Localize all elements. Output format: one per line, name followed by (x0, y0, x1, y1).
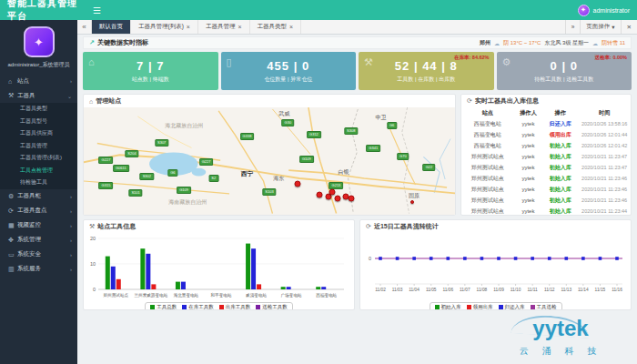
map-pin-icon[interactable] (410, 200, 414, 204)
map-pin-icon[interactable] (294, 180, 300, 187)
legend-item[interactable]: 工具送检 (531, 304, 557, 310)
legend-item[interactable]: 在库工具数 (182, 304, 214, 310)
tab-0[interactable]: 默认首页 (92, 20, 131, 34)
sidebar-subitem-1-6[interactable]: 待检验工具 (0, 177, 77, 189)
sidebar-subitem-1-4[interactable]: 工器具管理(列表) (0, 152, 77, 165)
table-header: 站点操作人操作时间 (461, 107, 631, 118)
bank-icon: ⌂ (88, 56, 95, 67)
sidebar-item-4[interactable]: ▦ 视频监控 › (0, 218, 77, 233)
table-row[interactable]: 西福变电站 yytek 初始入库 2020/10/26 12:01:42 (461, 140, 631, 151)
sidebar-subitem-label: 工器具型号 (20, 117, 47, 126)
map-canvas[interactable]: G227S204G0611S302G315S101G109G6S2G227S30… (84, 107, 455, 215)
weather-cloud-icon-2: ☁ (592, 40, 598, 46)
cell-station: 郑州测试站点 (461, 164, 514, 172)
cell-time: 2020/10/21 11:23:47 (578, 154, 631, 159)
table-row[interactable]: 郑州测试站点 yytek 初始入库 2020/10/21 11:23:46 (461, 184, 631, 195)
chevron-icon: ⌄ (67, 93, 72, 99)
tools-icon: ⚒ (8, 92, 17, 99)
video-icon: ▦ (8, 222, 17, 229)
cell-time: 2020/10/21 11:23:47 (578, 165, 631, 170)
svg-text:11/04: 11/04 (409, 288, 420, 292)
road-badge: S308 (344, 127, 358, 135)
kpi-title: 关键数据实时指标 (97, 38, 148, 47)
tabs-collapse-right-icon[interactable]: » (565, 20, 581, 34)
tab-close-icon[interactable]: × (238, 24, 241, 30)
sidebar-item-3[interactable]: ⟳ 工器具盘点 › (0, 204, 77, 218)
table-row[interactable]: 郑州测试站点 yytek 初始入库 2020/10/21 11:23:46 (461, 173, 631, 184)
line-chart-panel: ⟳ 近15日工器具流转统计 011/0211/0311/0411/0511/06… (359, 219, 632, 310)
table-row[interactable]: 郑州测试站点 yytek 初始入库 2020/10/21 11:23:47 (461, 162, 631, 173)
map-pin-icon[interactable] (317, 191, 323, 197)
sidebar-subitem-label: 工具点检管理 (20, 167, 53, 175)
sidebar-item-2[interactable]: ⚙ 工器具柜 › (0, 189, 77, 204)
legend-item[interactable]: 送检工具数 (256, 304, 288, 310)
close-all-tabs-icon[interactable]: ✕ (621, 20, 637, 34)
sidebar-subitem-1-0[interactable]: 工器具类型 (0, 103, 77, 116)
table-row[interactable]: 郑州测试站点 yytek 初始入库 2020/10/21 11:23:44 (461, 206, 631, 216)
header-username[interactable]: administrator (593, 7, 630, 14)
table-row[interactable]: 郑州测试站点 yytek 初始入库 2020/10/21 11:23:47 (461, 151, 631, 162)
legend-item[interactable]: 出库工具数 (219, 304, 251, 310)
legend-item[interactable]: 初始入库 (435, 304, 461, 310)
sidebar-item-1[interactable]: ⚒ 工器具 ⌄ (0, 88, 77, 103)
sidebar-item-7[interactable]: ▥ 系统服务 › (0, 262, 77, 277)
cell-operator: yytek (514, 176, 543, 181)
map-label: 海北藏族自治州 (165, 122, 203, 130)
tab-close-icon[interactable]: × (289, 24, 293, 30)
stat-card-value: 0 | 0 (497, 59, 632, 73)
menu-toggle-icon[interactable]: ☰ (93, 5, 101, 15)
stat-card-sites: ⌂ 7 | 7 站点数 | 终端数 (83, 52, 218, 90)
refresh-icon-2[interactable]: ⟳ (366, 223, 371, 230)
map-label: 白银 (339, 167, 349, 176)
legend-item[interactable]: 领用出库 (467, 304, 493, 310)
cell-time: 2020/10/26 12:01:44 (578, 132, 631, 137)
map-pin-icon[interactable] (335, 196, 341, 202)
sidebar-user-label: administrator_系统管理员 (0, 61, 77, 69)
refresh-icon[interactable]: ⟳ (467, 97, 472, 105)
realtime-panel-title: 实时工器具出入库信息 (475, 96, 539, 106)
page-actions-dropdown[interactable]: 页面操作 ▾ (580, 20, 620, 34)
tab-list: 默认首页 工器具管理(列表) × 工器具管理 × 工器具类型 × (92, 20, 301, 34)
weather-tomorrow: 阴转雪 11 (602, 39, 625, 47)
tab-label: 工器具管理(列表) (138, 23, 184, 31)
tab-3[interactable]: 工器具类型 × (250, 20, 302, 34)
gavel-icon: ⚒ (364, 56, 373, 68)
cabinet-icon: ▯ (227, 56, 232, 68)
stat-card-inspection: ⚙ 送检率: 0.00% 0 | 0 待检工具数 | 送检工具数 (497, 52, 632, 90)
user-avatar[interactable]: ✦ (578, 5, 590, 16)
sidebar-subitem-1-1[interactable]: 工器具型号 (0, 116, 77, 128)
tab-label: 工器具管理 (206, 23, 236, 31)
cell-operator: yytek (514, 132, 543, 137)
table-row[interactable]: 郑州测试站点 yytek 初始入库 2020/10/21 11:23:46 (461, 195, 631, 206)
line-chart-title: 近15日工器具流转统计 (374, 222, 439, 231)
cell-time: 2020/10/21 11:23:44 (578, 208, 631, 214)
svg-text:广场变电站: 广场变电站 (281, 293, 302, 298)
sidebar-item-5[interactable]: ✥ 系统管理 › (0, 233, 77, 248)
sidebar-item-6[interactable]: ▭ 系统安全 › (0, 248, 77, 262)
tab-2[interactable]: 工器具管理 × (198, 20, 250, 34)
sidebar-subitem-1-5[interactable]: 工具点检管理 (0, 165, 77, 177)
cell-time: 2020/10/21 11:23:46 (578, 176, 631, 181)
map-pin-icon[interactable] (348, 196, 354, 202)
tab-close-icon[interactable]: × (187, 24, 190, 30)
weather-city: 郑州 (480, 39, 490, 47)
sidebar-item-0[interactable]: ⌂ 站点 › (0, 74, 77, 88)
stat-card-label: 仓位数量 | 异常仓位 (221, 76, 357, 84)
sidebar-subitem-1-2[interactable]: 工器具供应商 (0, 127, 77, 140)
map-pin-icon[interactable] (329, 189, 336, 196)
cell-time: 2020/10/26 13:58:16 (578, 121, 631, 126)
gavel-icon: ⚒ (89, 223, 95, 230)
table-row[interactable]: 西福变电站 yytek 领用出库 2020/10/26 12:01:44 (461, 129, 631, 140)
legend-item[interactable]: 归还入库 (499, 304, 525, 310)
tab-1[interactable]: 工器具管理(列表) × (131, 20, 198, 34)
legend-item[interactable]: 工具总数 (150, 304, 177, 310)
user-avatar-icon: ✦ (581, 6, 586, 14)
svg-text:郑州测试站点: 郑州测试站点 (104, 292, 129, 298)
chevron-icon: › (70, 194, 72, 199)
sidebar-avatar[interactable]: ✦ (24, 26, 55, 57)
svg-text:11/15: 11/15 (595, 288, 606, 292)
cell-operator: yytek (514, 197, 543, 203)
table-row[interactable]: 西福变电站 yytek 归还入库 2020/10/26 13:58:16 (461, 118, 631, 129)
sidebar-subitem-1-3[interactable]: 工器具管理 (0, 140, 77, 153)
chevron-icon: › (70, 267, 72, 272)
